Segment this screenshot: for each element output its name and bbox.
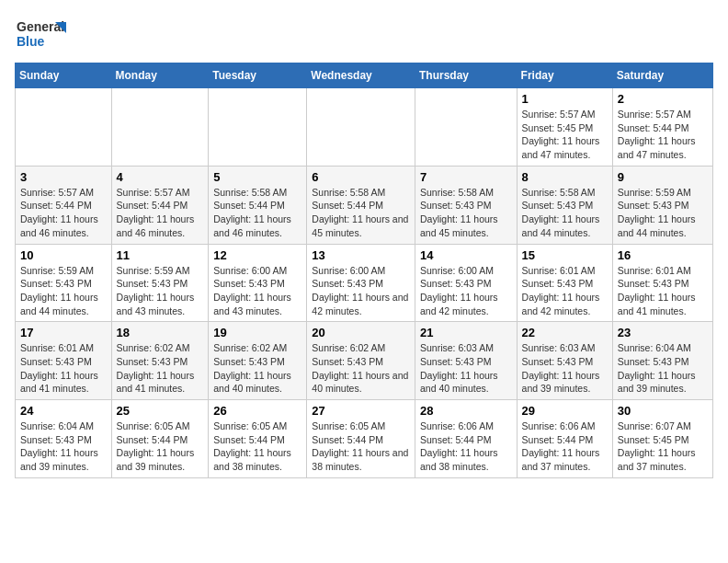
day-info: Sunrise: 6:05 AM Sunset: 5:44 PM Dayligh…	[213, 419, 301, 474]
calendar-cell: 3Sunrise: 5:57 AM Sunset: 5:44 PM Daylig…	[16, 166, 112, 244]
day-number: 25	[117, 404, 204, 418]
day-number: 13	[312, 248, 410, 262]
header-wednesday: Wednesday	[307, 63, 415, 88]
day-info: Sunrise: 6:02 AM Sunset: 5:43 PM Dayligh…	[312, 341, 410, 396]
day-number: 26	[213, 404, 301, 418]
calendar-cell: 9Sunrise: 5:59 AM Sunset: 5:43 PM Daylig…	[612, 166, 712, 244]
day-number: 11	[117, 248, 204, 262]
svg-text:General: General	[17, 19, 64, 34]
week-row-1: 1Sunrise: 5:57 AM Sunset: 5:45 PM Daylig…	[16, 88, 713, 167]
calendar-cell	[111, 88, 209, 167]
header-monday: Monday	[111, 63, 209, 88]
day-number: 28	[420, 404, 512, 418]
calendar-body: 1Sunrise: 5:57 AM Sunset: 5:45 PM Daylig…	[16, 88, 713, 478]
header-friday: Friday	[517, 63, 612, 88]
day-info: Sunrise: 6:04 AM Sunset: 5:43 PM Dayligh…	[20, 419, 107, 474]
day-info: Sunrise: 5:57 AM Sunset: 5:45 PM Dayligh…	[522, 108, 608, 162]
day-number: 8	[522, 170, 608, 184]
day-info: Sunrise: 6:06 AM Sunset: 5:44 PM Dayligh…	[420, 419, 512, 474]
calendar-cell: 21Sunrise: 6:03 AM Sunset: 5:43 PM Dayli…	[415, 322, 517, 400]
calendar-cell: 26Sunrise: 6:05 AM Sunset: 5:44 PM Dayli…	[209, 400, 307, 478]
header-thursday: Thursday	[415, 63, 517, 88]
calendar-cell: 15Sunrise: 6:01 AM Sunset: 5:43 PM Dayli…	[517, 244, 612, 322]
calendar-cell: 11Sunrise: 5:59 AM Sunset: 5:43 PM Dayli…	[111, 244, 209, 322]
calendar-cell: 14Sunrise: 6:00 AM Sunset: 5:43 PM Dayli…	[415, 244, 517, 322]
calendar-cell: 18Sunrise: 6:02 AM Sunset: 5:43 PM Dayli…	[111, 322, 209, 400]
week-row-4: 17Sunrise: 6:01 AM Sunset: 5:43 PM Dayli…	[16, 322, 713, 400]
day-number: 16	[618, 248, 708, 262]
day-number: 18	[117, 326, 204, 339]
calendar-cell	[415, 88, 517, 167]
day-info: Sunrise: 6:03 AM Sunset: 5:43 PM Dayligh…	[522, 341, 608, 396]
day-info: Sunrise: 5:57 AM Sunset: 5:44 PM Dayligh…	[117, 186, 204, 240]
calendar-cell: 28Sunrise: 6:06 AM Sunset: 5:44 PM Dayli…	[415, 400, 517, 478]
calendar-cell	[209, 88, 307, 167]
day-info: Sunrise: 6:04 AM Sunset: 5:43 PM Dayligh…	[618, 341, 708, 396]
day-number: 17	[20, 326, 107, 339]
calendar-cell: 30Sunrise: 6:07 AM Sunset: 5:45 PM Dayli…	[612, 400, 712, 478]
calendar-cell: 23Sunrise: 6:04 AM Sunset: 5:43 PM Dayli…	[612, 322, 712, 400]
header-saturday: Saturday	[612, 63, 712, 88]
day-info: Sunrise: 6:01 AM Sunset: 5:43 PM Dayligh…	[20, 341, 107, 396]
day-number: 14	[420, 248, 512, 262]
day-info: Sunrise: 6:06 AM Sunset: 5:44 PM Dayligh…	[522, 419, 608, 474]
day-info: Sunrise: 6:02 AM Sunset: 5:43 PM Dayligh…	[213, 341, 301, 396]
day-number: 19	[213, 326, 301, 339]
day-number: 9	[618, 170, 708, 184]
day-info: Sunrise: 6:07 AM Sunset: 5:45 PM Dayligh…	[618, 419, 708, 474]
day-number: 20	[312, 326, 410, 339]
calendar-cell: 27Sunrise: 6:05 AM Sunset: 5:44 PM Dayli…	[307, 400, 415, 478]
day-info: Sunrise: 5:58 AM Sunset: 5:43 PM Dayligh…	[522, 186, 608, 240]
calendar-cell: 16Sunrise: 6:01 AM Sunset: 5:43 PM Dayli…	[612, 244, 712, 322]
calendar-cell: 1Sunrise: 5:57 AM Sunset: 5:45 PM Daylig…	[517, 88, 612, 167]
day-info: Sunrise: 6:00 AM Sunset: 5:43 PM Dayligh…	[312, 264, 410, 318]
day-info: Sunrise: 5:59 AM Sunset: 5:43 PM Dayligh…	[618, 186, 708, 240]
day-info: Sunrise: 6:05 AM Sunset: 5:44 PM Dayligh…	[312, 419, 410, 474]
svg-text:Blue: Blue	[17, 34, 45, 49]
page-header: GeneralBlue	[15, 15, 713, 55]
calendar-cell: 5Sunrise: 5:58 AM Sunset: 5:44 PM Daylig…	[209, 166, 307, 244]
calendar-cell: 29Sunrise: 6:06 AM Sunset: 5:44 PM Dayli…	[517, 400, 612, 478]
calendar-header: SundayMondayTuesdayWednesdayThursdayFrid…	[16, 63, 713, 88]
day-number: 2	[618, 92, 708, 106]
day-number: 22	[522, 326, 608, 339]
calendar-table: SundayMondayTuesdayWednesdayThursdayFrid…	[15, 63, 713, 478]
calendar-cell: 24Sunrise: 6:04 AM Sunset: 5:43 PM Dayli…	[16, 400, 112, 478]
day-number: 3	[20, 170, 107, 184]
day-info: Sunrise: 6:00 AM Sunset: 5:43 PM Dayligh…	[213, 264, 301, 318]
day-number: 12	[213, 248, 301, 262]
day-info: Sunrise: 6:02 AM Sunset: 5:43 PM Dayligh…	[117, 341, 204, 396]
week-row-2: 3Sunrise: 5:57 AM Sunset: 5:44 PM Daylig…	[16, 166, 713, 244]
calendar-cell	[16, 88, 112, 167]
calendar-cell: 4Sunrise: 5:57 AM Sunset: 5:44 PM Daylig…	[111, 166, 209, 244]
day-info: Sunrise: 6:05 AM Sunset: 5:44 PM Dayligh…	[117, 419, 204, 474]
day-info: Sunrise: 5:57 AM Sunset: 5:44 PM Dayligh…	[618, 108, 708, 162]
logo-svg: GeneralBlue	[15, 15, 70, 55]
calendar-cell: 22Sunrise: 6:03 AM Sunset: 5:43 PM Dayli…	[517, 322, 612, 400]
day-number: 7	[420, 170, 512, 184]
calendar-cell: 13Sunrise: 6:00 AM Sunset: 5:43 PM Dayli…	[307, 244, 415, 322]
calendar-cell	[307, 88, 415, 167]
calendar-cell: 12Sunrise: 6:00 AM Sunset: 5:43 PM Dayli…	[209, 244, 307, 322]
day-info: Sunrise: 5:58 AM Sunset: 5:44 PM Dayligh…	[312, 186, 410, 240]
calendar-cell: 10Sunrise: 5:59 AM Sunset: 5:43 PM Dayli…	[16, 244, 112, 322]
calendar-cell: 2Sunrise: 5:57 AM Sunset: 5:44 PM Daylig…	[612, 88, 712, 167]
day-number: 24	[20, 404, 107, 418]
calendar-cell: 8Sunrise: 5:58 AM Sunset: 5:43 PM Daylig…	[517, 166, 612, 244]
calendar-cell: 6Sunrise: 5:58 AM Sunset: 5:44 PM Daylig…	[307, 166, 415, 244]
day-number: 6	[312, 170, 410, 184]
day-number: 30	[618, 404, 708, 418]
day-info: Sunrise: 5:58 AM Sunset: 5:43 PM Dayligh…	[420, 186, 512, 240]
day-info: Sunrise: 6:01 AM Sunset: 5:43 PM Dayligh…	[618, 264, 708, 318]
day-number: 4	[117, 170, 204, 184]
day-info: Sunrise: 5:59 AM Sunset: 5:43 PM Dayligh…	[117, 264, 204, 318]
header-sunday: Sunday	[16, 63, 112, 88]
day-info: Sunrise: 6:01 AM Sunset: 5:43 PM Dayligh…	[522, 264, 608, 318]
calendar-cell: 25Sunrise: 6:05 AM Sunset: 5:44 PM Dayli…	[111, 400, 209, 478]
calendar-cell: 19Sunrise: 6:02 AM Sunset: 5:43 PM Dayli…	[209, 322, 307, 400]
calendar-cell: 20Sunrise: 6:02 AM Sunset: 5:43 PM Dayli…	[307, 322, 415, 400]
day-number: 5	[213, 170, 301, 184]
day-number: 21	[420, 326, 512, 339]
calendar-cell: 17Sunrise: 6:01 AM Sunset: 5:43 PM Dayli…	[16, 322, 112, 400]
day-info: Sunrise: 5:58 AM Sunset: 5:44 PM Dayligh…	[213, 186, 301, 240]
